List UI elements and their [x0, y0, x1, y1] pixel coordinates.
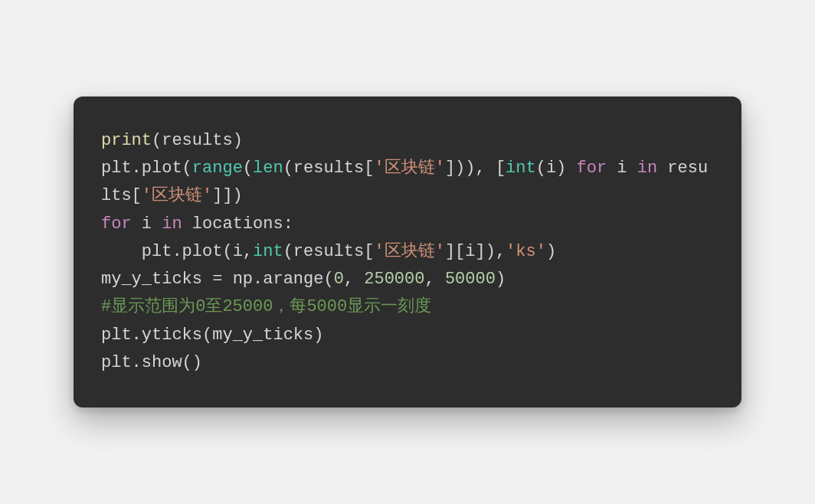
code-block: print(results) plt.plot(range(len(result…: [74, 97, 741, 408]
token-plain: ): [496, 270, 506, 289]
token-number: 250000: [364, 270, 424, 289]
token-plain: ][i]),: [445, 242, 506, 261]
token-plain: (i): [536, 159, 577, 178]
token-string: 'ks': [506, 242, 546, 261]
token-builtin: int: [506, 159, 536, 178]
token-number: 0: [334, 270, 344, 289]
token-plain: ])), [: [445, 159, 506, 178]
token-plain: my_y_ticks = np.arange(: [101, 270, 334, 289]
token-plain: (: [243, 159, 253, 178]
token-plain: plt.yticks(my_y_ticks): [101, 326, 323, 345]
token-plain: ]]): [212, 186, 243, 205]
token-keyword: in: [162, 214, 182, 234]
token-plain: ): [546, 242, 556, 261]
token-plain: ,: [424, 270, 444, 289]
token-plain: (results[: [283, 159, 375, 178]
token-plain: (results[: [283, 242, 375, 261]
token-plain: (results): [152, 131, 243, 150]
token-keyword: in: [637, 159, 657, 178]
token-plain: plt.plot(i,: [142, 242, 253, 261]
token-string: '区块链': [142, 186, 212, 205]
token-string: '区块链': [374, 242, 444, 261]
token-builtin: int: [253, 242, 283, 261]
token-number: 50000: [445, 270, 496, 289]
token-comment: #显示范围为0至25000，每5000显示一刻度: [101, 297, 431, 316]
token-plain: plt.plot(: [101, 159, 192, 178]
token-plain: plt.show(): [101, 353, 202, 372]
token-keyword: for: [577, 159, 607, 178]
token-builtin: range: [192, 159, 243, 178]
token-function: print: [101, 131, 152, 150]
code-content: print(results) plt.plot(range(len(result…: [101, 127, 714, 378]
token-indent: [101, 242, 142, 261]
token-plain: ,: [344, 270, 364, 289]
token-plain: i: [132, 214, 162, 234]
token-plain: i: [607, 159, 637, 178]
token-string: '区块链': [374, 159, 444, 178]
token-keyword: for: [101, 214, 132, 234]
token-plain: locations:: [182, 214, 293, 234]
token-builtin: len: [253, 159, 283, 178]
